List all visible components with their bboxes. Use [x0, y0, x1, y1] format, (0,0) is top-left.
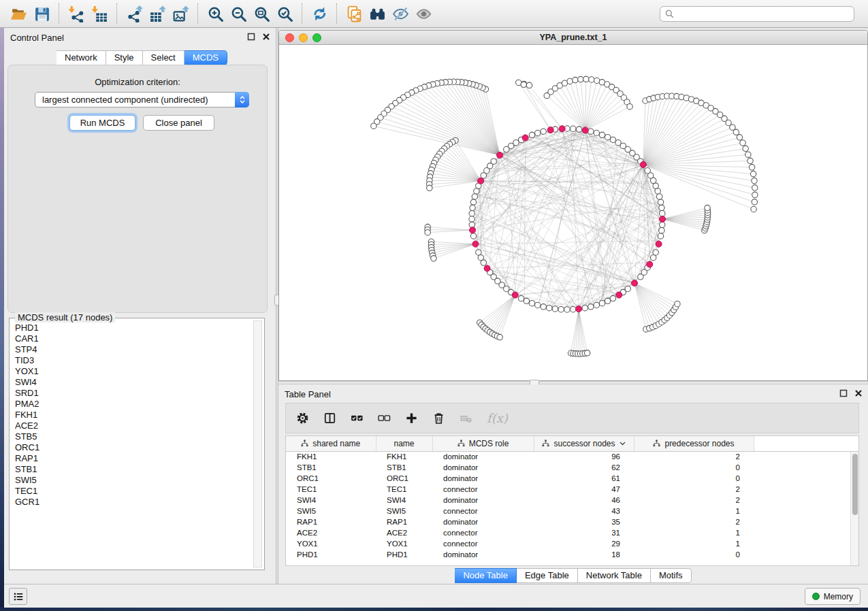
control-panel-tab[interactable]: Select: [143, 50, 184, 65]
result-list-scrollbar[interactable]: [253, 320, 262, 567]
table-row[interactable]: ACE2 ACE2 connector 31 1: [286, 527, 858, 538]
search-input[interactable]: [674, 7, 849, 20]
clone-network-icon: [346, 5, 363, 22]
network-graph[interactable]: [279, 45, 868, 381]
task-history-button[interactable]: [9, 588, 27, 605]
zoom-fit-button[interactable]: [250, 2, 273, 25]
result-node-item[interactable]: RAP1: [15, 453, 253, 464]
result-node-item[interactable]: TID3: [15, 355, 253, 366]
result-node-item[interactable]: STB5: [15, 431, 253, 442]
function-builder-icon[interactable]: f(x): [487, 411, 508, 425]
float-window-icon[interactable]: [247, 33, 255, 41]
network-view[interactable]: [279, 45, 868, 381]
control-panel-tab[interactable]: MCDS: [184, 50, 227, 65]
table-panel-tabs: Node TableEdge TableNetwork TableMotifs: [278, 568, 868, 583]
open-session-button[interactable]: [7, 2, 30, 25]
maximize-window-button[interactable]: [312, 33, 321, 42]
table-row[interactable]: ORC1 ORC1 dominator 61 0: [286, 473, 858, 484]
export-table-icon: [149, 5, 166, 22]
deselect-all-icon[interactable]: [378, 412, 391, 425]
control-panel-tabs: NetworkStyleSelectMCDS: [57, 50, 227, 65]
table-tab[interactable]: Node Table: [455, 568, 517, 583]
hide-selected-button[interactable]: [389, 2, 412, 25]
show-columns-icon[interactable]: [323, 412, 336, 425]
refresh-icon: [311, 5, 328, 22]
result-node-item[interactable]: YOX1: [15, 366, 253, 377]
control-panel: Control Panel NetworkStyleSelectMCDS Opt…: [4, 28, 276, 584]
import-network-button[interactable]: [65, 2, 88, 25]
control-panel-tab[interactable]: Style: [106, 50, 143, 65]
result-node-item[interactable]: PMA2: [15, 399, 253, 410]
close-panel-button[interactable]: Close panel: [143, 115, 214, 131]
result-node-item[interactable]: FKH1: [15, 410, 253, 420]
table-row[interactable]: YOX1 YOX1 connector 29 1: [286, 538, 858, 549]
table-panel-title: Table Panel: [285, 389, 331, 399]
control-panel-tab[interactable]: Network: [57, 50, 106, 65]
column-header[interactable]: shared name: [286, 436, 376, 451]
result-node-item[interactable]: GCR1: [15, 497, 253, 508]
delete-table-icon[interactable]: [460, 412, 472, 425]
close-panel-icon[interactable]: [854, 389, 863, 397]
result-node-item[interactable]: SWI5: [15, 475, 253, 486]
zoom-selected-button[interactable]: [273, 2, 296, 25]
result-node-item[interactable]: CAR1: [15, 333, 253, 344]
result-node-item[interactable]: STP4: [15, 344, 253, 355]
zoom-out-button[interactable]: [227, 2, 250, 25]
table-row[interactable]: SWI5 SWI5 connector 43 1: [286, 506, 858, 516]
table-row[interactable]: STB1 STB1 dominator 62 0: [286, 462, 858, 473]
binoculars-icon: [369, 5, 386, 22]
minimize-window-button[interactable]: [299, 33, 308, 42]
select-all-icon[interactable]: [351, 412, 364, 425]
table-toolbar: f(x): [285, 403, 859, 433]
save-session-button[interactable]: [30, 2, 53, 25]
result-node-item[interactable]: ORC1: [15, 442, 253, 453]
run-mcds-button[interactable]: Run MCDS: [69, 115, 135, 131]
export-image-button[interactable]: [169, 2, 192, 25]
close-window-button[interactable]: [285, 33, 294, 42]
column-header[interactable]: name: [376, 436, 432, 451]
toolbar-separator: [116, 3, 117, 24]
table-settings-gear-icon[interactable]: [296, 412, 309, 425]
table-row[interactable]: TEC1 TEC1 connector 47 2: [286, 484, 858, 495]
network-window-titlebar[interactable]: YPA_prune.txt_1: [279, 31, 867, 45]
refresh-button[interactable]: [308, 2, 331, 25]
table-tab[interactable]: Motifs: [651, 568, 692, 583]
zoom-in-button[interactable]: [204, 2, 227, 25]
control-panel-header: Control Panel: [4, 28, 276, 46]
result-node-item[interactable]: SWI4: [15, 377, 253, 388]
import-table-button[interactable]: [88, 2, 111, 25]
result-node-item[interactable]: ACE2: [15, 420, 253, 431]
column-header[interactable]: [754, 436, 858, 451]
close-panel-icon[interactable]: [262, 33, 270, 41]
result-node-item[interactable]: SRD1: [15, 388, 253, 399]
show-all-button[interactable]: [412, 2, 435, 25]
scrollbar-thumb[interactable]: [852, 454, 858, 515]
toolbar-separator: [336, 3, 337, 24]
result-node-item[interactable]: PHD1: [15, 323, 253, 333]
result-node-item[interactable]: TEC1: [15, 486, 253, 497]
export-network-button[interactable]: [123, 2, 146, 25]
export-table-button[interactable]: [146, 2, 169, 25]
find-button[interactable]: [366, 2, 389, 25]
memory-button[interactable]: Memory: [805, 588, 861, 605]
result-node-item[interactable]: STB1: [15, 464, 253, 475]
table-row[interactable]: RAP1 RAP1 dominator 35 2: [286, 516, 858, 527]
column-header[interactable]: successor nodes: [534, 436, 634, 451]
criterion-dropdown[interactable]: largest connected component (undirected): [35, 92, 249, 108]
column-header[interactable]: predecessor nodes: [634, 436, 754, 451]
dropdown-stepper-icon: [235, 92, 249, 108]
search-box[interactable]: [660, 6, 854, 22]
create-column-plus-icon[interactable]: [405, 412, 418, 425]
status-bar: Memory: [4, 584, 868, 608]
table-row[interactable]: SWI4 SWI4 dominator 46 2: [286, 495, 858, 506]
table-tab[interactable]: Edge Table: [517, 568, 578, 583]
column-header[interactable]: MCDS role: [432, 436, 534, 451]
table-row[interactable]: PHD1 PHD1 dominator 18 0: [286, 549, 858, 560]
float-window-icon[interactable]: [839, 389, 848, 397]
clone-network-button[interactable]: [342, 2, 366, 25]
table-scrollbar[interactable]: [850, 452, 858, 565]
table-tab[interactable]: Network Table: [578, 568, 651, 583]
delete-column-trash-icon[interactable]: [432, 412, 445, 425]
table-row[interactable]: FKH1 FKH1 dominator 96 2: [286, 451, 858, 462]
column-type-icon: [457, 440, 465, 447]
